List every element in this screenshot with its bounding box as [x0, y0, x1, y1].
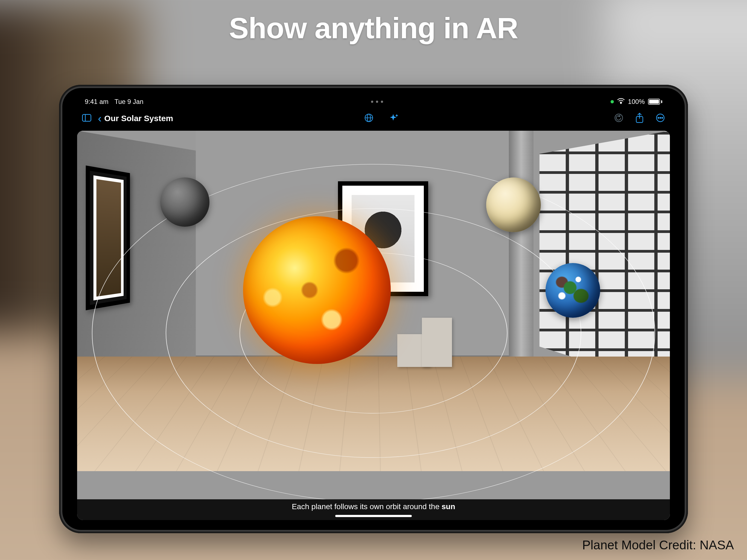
svg-point-9	[658, 117, 659, 119]
svg-point-11	[662, 117, 663, 119]
battery-percent: 100%	[628, 98, 645, 105]
svg-rect-1	[83, 114, 91, 121]
globe-icon	[364, 113, 374, 123]
wifi-icon	[617, 98, 625, 105]
undo-button[interactable]	[614, 113, 623, 124]
status-time: 9:41 am	[85, 98, 108, 105]
page-title: Our Solar System	[104, 114, 173, 123]
status-date: Tue 9 Jan	[114, 98, 144, 105]
ai-sparkle-button[interactable]	[389, 113, 398, 124]
globe-button[interactable]	[364, 113, 374, 124]
sun-model[interactable]	[243, 216, 391, 364]
back-button[interactable]: ‹ Our Solar System	[98, 113, 173, 124]
more-button[interactable]	[656, 113, 665, 124]
ellipsis-circle-icon	[656, 113, 665, 123]
undo-icon	[614, 113, 623, 123]
venus-model[interactable]	[486, 177, 541, 232]
toolbar: ‹ Our Solar System	[75, 108, 672, 129]
sparkle-icon	[389, 113, 398, 123]
caption-text: Each planet follows its own orbit around…	[292, 502, 455, 511]
earth-model[interactable]	[545, 263, 600, 318]
mercury-model[interactable]	[160, 177, 209, 227]
chevron-left-icon: ‹	[98, 113, 101, 124]
ipad-frame: 9:41 am Tue 9 Jan 100%	[59, 85, 688, 533]
credit-text: Planet Model Credit: NASA	[582, 538, 734, 552]
ar-viewport[interactable]: Each planet follows its own orbit around…	[77, 131, 670, 520]
home-indicator[interactable]	[335, 515, 412, 517]
sidebar-toggle-button[interactable]	[82, 114, 91, 123]
ipad-screen: 9:41 am Tue 9 Jan 100%	[75, 96, 672, 522]
share-button[interactable]	[636, 113, 644, 124]
camera-in-use-indicator	[611, 100, 614, 103]
caption-bar: Each planet follows its own orbit around…	[77, 499, 670, 520]
marketing-headline: Show anything in AR	[0, 11, 747, 45]
share-icon	[636, 113, 644, 123]
multitask-dots[interactable]	[371, 101, 383, 103]
svg-point-0	[620, 103, 621, 104]
svg-point-10	[660, 117, 661, 119]
battery-icon	[648, 99, 662, 105]
status-bar: 9:41 am Tue 9 Jan 100%	[75, 96, 672, 108]
